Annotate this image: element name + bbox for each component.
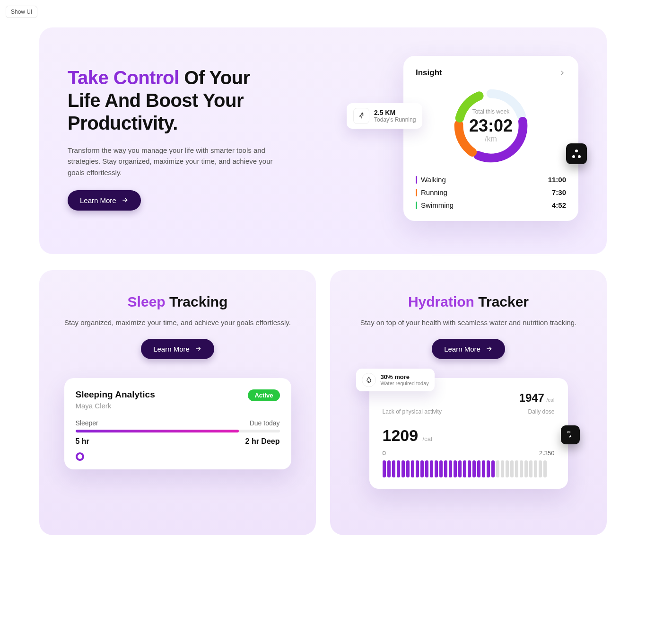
show-ui-button[interactable]: Show UI — [6, 6, 37, 18]
hydration-bar-segment — [534, 460, 537, 477]
chevron-right-icon[interactable] — [559, 69, 566, 77]
hydration-cta-label: Learn More — [444, 345, 480, 353]
svg-point-4 — [362, 113, 363, 114]
hydration-title: Hydration Tracker — [344, 294, 593, 310]
sleep-learn-more-button[interactable]: Learn More — [141, 339, 214, 359]
hydration-subtitle: Stay on top of your health with seamless… — [344, 318, 593, 328]
hydration-bar-segment — [539, 460, 542, 477]
legend-val-swimming: 4:52 — [552, 201, 566, 209]
hydration-bar-segment — [458, 460, 462, 477]
legend-color-swimming — [416, 202, 417, 209]
sleep-title: Sleep Tracking — [53, 294, 302, 310]
status-badge: Active — [248, 389, 279, 401]
water-float-sub: Water required today — [381, 380, 429, 386]
hydration-lack-label: Lack of physical activity — [383, 408, 442, 415]
hydration-dose-label: Daily dose — [528, 408, 554, 415]
hydration-bar-segment — [411, 460, 414, 477]
sleep-heading: Sleeping Analytics — [76, 389, 155, 400]
running-float-value: 2.5 KM — [374, 109, 416, 116]
water-float-title: 30% more — [381, 373, 429, 380]
hydration-bar-segment — [472, 460, 476, 477]
hydration-bar-segment — [487, 460, 490, 477]
legend-row-walking: Walking 11:00 — [416, 173, 566, 186]
legend-color-running — [416, 189, 417, 196]
legend-color-walking — [416, 176, 417, 184]
sleep-subtitle: Stay organized, maximize your time, and … — [53, 318, 302, 328]
legend-row-swimming: Swimming 4:52 — [416, 199, 566, 212]
hydration-bar-segment — [439, 460, 443, 477]
sleep-title-accent: Sleep — [128, 294, 166, 309]
hydration-title-accent: Hydration — [408, 294, 474, 309]
hydration-bar-segment — [430, 460, 433, 477]
hydration-bar-segment — [454, 460, 457, 477]
sleep-cta-label: Learn More — [153, 345, 190, 353]
hydration-title-rest: Tracker — [474, 294, 529, 309]
running-float-label: Today's Running — [374, 116, 416, 123]
sleep-deep: 2 hr Deep — [245, 437, 280, 446]
hydration-learn-more-button[interactable]: Learn More — [432, 339, 505, 359]
legend-val-walking: 11:00 — [548, 176, 566, 184]
hydration-bar-segment — [392, 460, 395, 477]
running-float-card: 2.5 KM Today's Running — [347, 103, 422, 129]
hydration-bar-segment — [482, 460, 485, 477]
sleep-analytics-card: Sleeping Analytics Maya Clerk Active Sle… — [64, 378, 291, 469]
sleep-user: Maya Clerk — [76, 402, 155, 410]
hydration-top-value: 1947 — [519, 391, 544, 404]
hydration-bar-segment — [529, 460, 533, 477]
hydration-bar-segment — [397, 460, 400, 477]
hydration-bar-segment — [463, 460, 466, 477]
insight-legend: Walking 11:00 Running 7:30 Swimming 4:52 — [416, 173, 566, 212]
dots-badge-icon — [566, 143, 587, 164]
hydration-bar-segment — [491, 460, 495, 477]
insight-title: Insight — [416, 68, 442, 78]
water-float-card: 30% more Water required today — [356, 369, 435, 391]
insight-donut-chart: Total this week 23:02 /km — [416, 83, 566, 168]
hydration-current-unit: /cal — [423, 435, 432, 442]
insight-card: Insight Total this week 23:02 — [403, 56, 578, 221]
sleep-title-rest: Tracking — [166, 294, 228, 309]
hydration-bar-segment — [477, 460, 480, 477]
hydration-bar-segment — [416, 460, 419, 477]
hydration-bars — [383, 460, 555, 477]
hydration-bar-segment — [524, 460, 528, 477]
donut-value: 23:02 — [469, 116, 513, 136]
sleep-tracking-card: Sleep Tracking Stay organized, maximize … — [39, 270, 316, 535]
sleep-left-label: Sleeper — [76, 419, 98, 427]
hydration-bar-segment — [406, 460, 410, 477]
sleep-total: 5 hr — [76, 437, 89, 446]
arrow-right-icon — [194, 345, 202, 353]
hero-title: Take Control Of Your Life And Boost Your… — [68, 66, 276, 134]
hydration-bar-segment — [435, 460, 438, 477]
hero-cta-label: Learn More — [80, 196, 116, 204]
hydration-bar-segment — [520, 460, 523, 477]
hydration-range-min: 0 — [383, 450, 386, 457]
arrow-right-icon — [485, 345, 493, 353]
hydration-bar-segment — [425, 460, 428, 477]
arrow-right-icon — [121, 196, 129, 204]
hydration-bar-segment — [383, 460, 386, 477]
legend-name-running: Running — [421, 188, 447, 196]
hydration-bar-segment — [468, 460, 471, 477]
sleep-progress-bar — [76, 430, 280, 432]
hydration-bar-segment — [501, 460, 504, 477]
hydration-bar-segment — [449, 460, 452, 477]
water-drop-icon — [362, 373, 376, 387]
hydration-bar-segment — [496, 460, 499, 477]
hydration-bar-segment — [506, 460, 509, 477]
hydration-current: 1209 — [383, 426, 419, 444]
avatar — [76, 452, 84, 461]
hydration-bar-segment — [444, 460, 447, 477]
hydration-bar-segment — [510, 460, 514, 477]
hydration-bar-segment — [543, 460, 547, 477]
hero-learn-more-button[interactable]: Learn More — [68, 190, 141, 211]
hero-section: Take Control Of Your Life And Boost Your… — [39, 27, 607, 254]
hydration-bar-segment — [515, 460, 518, 477]
hydration-bar-segment — [402, 460, 405, 477]
star-badge-icon — [561, 425, 580, 444]
hydration-bar-segment — [387, 460, 391, 477]
legend-name-walking: Walking — [421, 176, 446, 184]
hero-subtitle: Transform the way you manage your life w… — [68, 145, 276, 178]
hydration-top-unit: /cal — [546, 397, 554, 403]
running-person-icon — [353, 108, 369, 124]
hydration-bar-segment — [420, 460, 424, 477]
